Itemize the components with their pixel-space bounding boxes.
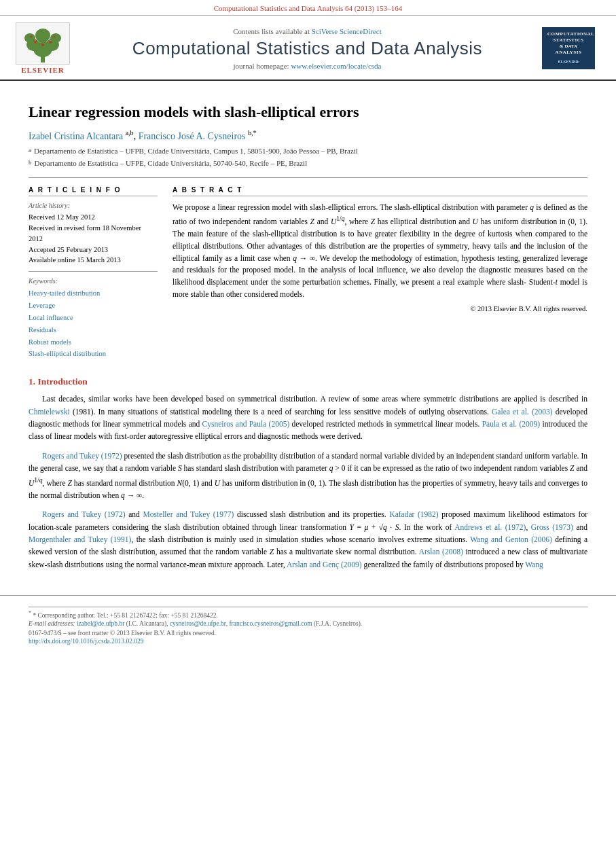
sciverse-link[interactable]: SciVerse ScienceDirect	[312, 27, 382, 35]
badge-publisher: ELSEVIER	[547, 60, 590, 65]
mosteller-link[interactable]: Mosteller and Tukey (1977)	[143, 510, 234, 518]
email-text: E-mail addresses: izabel@de.ufpb.br (I.C…	[29, 620, 362, 627]
journal-citation: Computational Statistics and Data Analys…	[214, 4, 403, 12]
article-info-header: A R T I C L E I N F O	[29, 186, 158, 196]
badge-line-4: ANALYSIS	[547, 50, 590, 56]
journal-full-title: Computational Statistics and Data Analys…	[81, 38, 533, 59]
wang-ref-link[interactable]: Wang	[525, 560, 543, 569]
badge-line-1: COMPUTATIONAL	[547, 31, 590, 37]
rogers-tukey-link2[interactable]: Rogers and Tukey (1972)	[42, 510, 126, 518]
intro-paragraph-2: Rogers and Tukey (1972) presented the sl…	[29, 450, 587, 501]
contents-prefix: Contents lists available at	[233, 27, 311, 35]
journal-header-center: Contents lists available at SciVerse Sci…	[81, 27, 533, 70]
elsevier-tree-svg	[16, 23, 69, 64]
paula-link[interactable]: Paula et al. (2009)	[482, 420, 541, 428]
wang-genton-link[interactable]: Wang and Genton (2006)	[470, 535, 552, 543]
elsevier-tree-image	[16, 22, 70, 65]
doi-line: http://dx.doi.org/10.1016/j.csda.2013.02…	[29, 638, 587, 645]
svg-point-11	[54, 36, 56, 38]
affiliations: a Departamento de Estatística – UFPB, Ci…	[29, 145, 587, 169]
history-line-4: Accepted 25 February 2013	[29, 245, 158, 255]
keywords-divider	[29, 271, 158, 272]
abstract-column: A B S T R A C T We propose a linear regr…	[173, 186, 587, 365]
keyword-3[interactable]: Local influence	[29, 312, 158, 324]
journal-top-bar: Computational Statistics and Data Analys…	[0, 0, 616, 16]
svg-point-10	[31, 36, 33, 38]
history-line-1: Received 12 May 2012	[29, 212, 158, 223]
history-line-5: Available online 15 March 2013	[29, 255, 158, 266]
gross-link[interactable]: Gross (1973)	[531, 523, 573, 531]
history-line-3: 2012	[29, 234, 158, 245]
main-content: Linear regression models with slash-elli…	[0, 81, 616, 590]
badge-line-2: STATISTICS	[547, 37, 590, 43]
page: Computational Statistics and Data Analys…	[0, 0, 616, 841]
cysneiros-link[interactable]: Cysneiros and Paula (2005)	[202, 420, 290, 428]
and-text-2: and	[576, 523, 587, 531]
author2-link[interactable]: Francisco José A. Cysneiros	[139, 130, 248, 141]
copyright-line: © 2013 Elsevier B.V. All rights reserved…	[173, 305, 587, 312]
keyword-1[interactable]: Heavy-tailed distribution	[29, 287, 158, 300]
author1-name: Izabel Cristina Alcantara	[29, 130, 123, 141]
homepage-line: journal homepage: www.elsevier.com/locat…	[81, 62, 533, 70]
rogers-tukey-link1[interactable]: Rogers and Tukey (1972)	[42, 452, 122, 460]
footer-top-divider	[29, 607, 587, 607]
authors-line: Izabel Cristina Alcantara a,b, Francisco…	[29, 129, 587, 142]
keyword-6[interactable]: Slash-elliptical distribution	[29, 348, 158, 360]
contents-available-line: Contents lists available at SciVerse Sci…	[81, 27, 533, 35]
email-link-1[interactable]: izabel@de.ufpb.br	[77, 620, 124, 627]
keywords-label: Keywords:	[29, 277, 158, 285]
elsevier-wordmark: ELSEVIER	[21, 66, 65, 74]
arslan-link[interactable]: Arslan (2008)	[419, 548, 463, 556]
email-note: E-mail addresses: izabel@de.ufpb.br (I.C…	[29, 620, 587, 627]
affiliation-1: a Departamento de Estatística – UFPB, Ci…	[29, 145, 587, 158]
chmielewski-link[interactable]: Chmielewski	[29, 408, 70, 416]
journal-header: ELSEVIER Contents lists available at Sci…	[0, 16, 616, 81]
aff1-text: Departamento de Estatística – UFPB, Cida…	[34, 145, 358, 158]
aff1-sup: a	[29, 145, 31, 158]
history-label: Article history:	[29, 202, 158, 209]
intro-paragraph-1: Last decades, similar works have been de…	[29, 393, 587, 443]
svg-point-5	[50, 33, 61, 43]
elsevier-logo: ELSEVIER	[12, 22, 73, 74]
author2-name: Francisco José A. Cysneiros	[139, 130, 246, 141]
aff2-sup: b	[29, 158, 32, 170]
aff2-text: Departamento de Estatística – UFPE, Cida…	[35, 158, 308, 170]
intro-section-title: 1. Introduction	[29, 376, 587, 387]
journal-badge: COMPUTATIONAL STATISTICS & DATA ANALYSIS…	[542, 27, 595, 69]
author1-link[interactable]: Izabel Cristina Alcantara	[29, 130, 126, 141]
author1-sup: a,b	[126, 129, 134, 137]
journal-badge-container: COMPUTATIONAL STATISTICS & DATA ANALYSIS…	[541, 27, 596, 69]
email-link-3[interactable]: francisco.cysneiros@gmail.com	[229, 620, 312, 627]
abstract-header: A B S T R A C T	[173, 186, 587, 196]
homepage-prefix: journal homepage:	[234, 62, 291, 70]
svg-point-7	[34, 41, 37, 43]
and-text: and	[128, 510, 140, 518]
morgenthaler-link[interactable]: Morgenthaler and Tukey (1991)	[29, 535, 131, 543]
intro-paragraph-3: Rogers and Tukey (1972) and Mosteller an…	[29, 508, 587, 571]
svg-point-6	[35, 29, 50, 42]
email-link-2[interactable]: cysneiros@de.ufpe.br	[170, 620, 226, 627]
license-line: 0167-9473/$ – see front matter © 2013 El…	[29, 630, 587, 637]
kafadar-link[interactable]: Kafadar (1982)	[389, 510, 438, 518]
corresponding-text: * Corresponding author. Tel.: +55 81 212…	[33, 612, 217, 619]
svg-point-8	[49, 41, 52, 43]
arslan-genc-link[interactable]: Arslan and Genç (2009)	[287, 560, 362, 569]
history-line-2: Received in revised form 18 November	[29, 223, 158, 234]
article-title: Linear regression models with slash-elli…	[29, 103, 587, 122]
article-columns: A R T I C L E I N F O Article history: R…	[29, 186, 587, 365]
homepage-link[interactable]: www.elsevier.com/locate/csda	[291, 62, 381, 70]
galea-link[interactable]: Galea et al. (2003)	[492, 408, 553, 416]
author2-sup: b,*	[248, 129, 257, 137]
corresponding-sup: *	[29, 610, 31, 616]
article-info-column: A R T I C L E I N F O Article history: R…	[29, 186, 158, 365]
keyword-2[interactable]: Leverage	[29, 300, 158, 312]
header-divider	[29, 177, 587, 178]
doi-link[interactable]: http://dx.doi.org/10.1016/j.csda.2013.02…	[29, 638, 144, 645]
intro-section: 1. Introduction Last decades, similar wo…	[29, 376, 587, 571]
andrews-link[interactable]: Andrews et al. (1972)	[454, 523, 526, 531]
svg-point-4	[24, 33, 35, 43]
keyword-5[interactable]: Robust models	[29, 336, 158, 348]
keywords-list: Heavy-tailed distribution Leverage Local…	[29, 287, 158, 360]
svg-point-9	[41, 43, 44, 46]
keyword-4[interactable]: Residuals	[29, 324, 158, 336]
